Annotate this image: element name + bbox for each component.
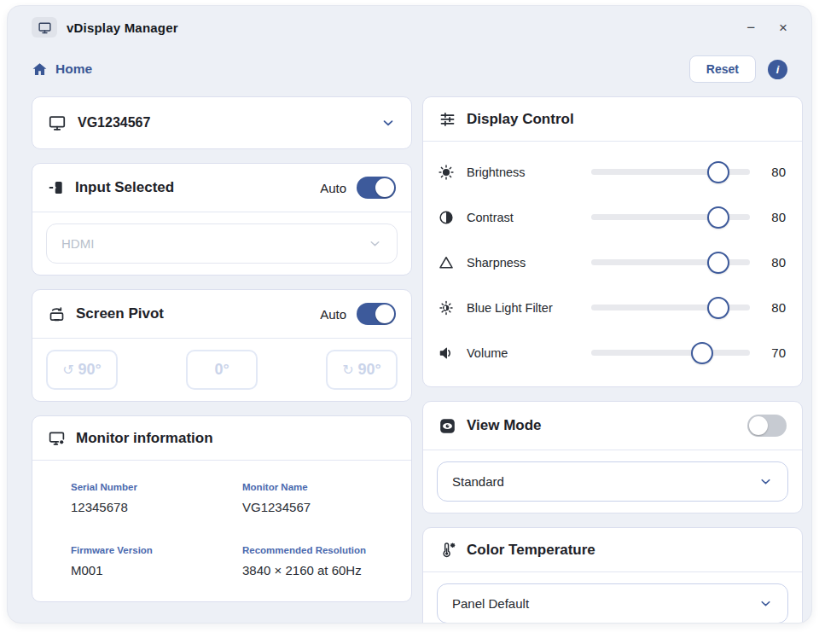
slider-label: Contrast [467, 211, 591, 224]
title-bar: vDisplay Manager − × [8, 6, 811, 38]
view-mode-header: View Mode [423, 402, 802, 450]
slider-thumb[interactable] [691, 342, 713, 364]
info-field-firmware-version: Firmware Version M001 [71, 545, 242, 577]
adjustments-icon [439, 110, 456, 128]
slider-label: Blue Light Filter [467, 301, 591, 315]
field-label: Serial Number [71, 482, 242, 492]
chevron-down-icon [380, 115, 396, 131]
window-controls: − × [746, 20, 787, 35]
window-title: vDisplay Manager [67, 20, 178, 35]
input-selected-card: Input Selected Auto HDMI [32, 163, 412, 276]
chevron-down-icon [368, 236, 382, 251]
slider-label: Sharpness [467, 256, 591, 270]
blue-light-filter-slider[interactable] [591, 297, 750, 319]
toolbar: Home Reset i [8, 55, 811, 83]
brightness-icon [438, 164, 458, 181]
pivot-options: ↺ 90° 0° ↻ 90° [32, 339, 411, 401]
color-temperature-select[interactable]: Panel Default [437, 583, 788, 624]
color-temperature-card: Color Temperature Panel Default [422, 527, 803, 624]
slider-label: Volume [467, 346, 591, 360]
app-window: vDisplay Manager − × Home Reset i [7, 5, 812, 624]
home-link[interactable]: Home [32, 61, 92, 78]
monitor-information-header: Monitor information [32, 416, 411, 461]
input-source-select[interactable]: HDMI [46, 223, 398, 264]
color-temperature-value: Panel Default [452, 596, 529, 611]
brightness-slider[interactable] [591, 161, 750, 183]
input-selected-header: Input Selected Auto [32, 164, 411, 212]
view-mode-toggle[interactable] [747, 415, 787, 437]
field-value: M001 [71, 563, 242, 577]
view-mode-icon [439, 417, 456, 435]
slider-thumb[interactable] [707, 297, 729, 319]
reset-button[interactable]: Reset [689, 55, 756, 83]
slider-thumb[interactable] [707, 206, 729, 229]
minimize-button[interactable]: − [746, 20, 755, 35]
volume-icon [438, 345, 458, 362]
field-value: 3840 × 2160 at 60Hz [242, 563, 396, 577]
input-source-icon [48, 179, 65, 196]
color-temperature-body: Panel Default [423, 572, 802, 624]
slider-thumb[interactable] [707, 161, 729, 183]
right-column: Display Control Brightness 80 [422, 96, 803, 624]
field-label: Monitor Name [242, 482, 396, 492]
contrast-slider[interactable] [591, 206, 750, 229]
auto-label: Auto [320, 307, 346, 322]
monitor-information-card: Monitor information Serial Number 123456… [32, 415, 412, 602]
monitor-icon [48, 113, 67, 132]
display-control-card: Display Control Brightness 80 [422, 96, 803, 387]
device-selector-card: VG1234567 [32, 96, 412, 149]
rotate-ccw-icon: ↺ [62, 362, 73, 378]
field-value: VG1234567 [242, 500, 396, 514]
view-mode-select[interactable]: Standard [437, 461, 788, 502]
sharpness-slider[interactable] [591, 252, 750, 274]
pivot-auto-toggle[interactable] [357, 303, 396, 325]
slider-value: 70 [750, 345, 788, 360]
app-monitor-icon [32, 17, 57, 38]
monitor-information-body: Serial Number 12345678 Monitor Name VG12… [32, 461, 411, 601]
pivot-ccw-90-button[interactable]: ↺ 90° [46, 350, 118, 390]
input-auto-toggle[interactable] [357, 177, 396, 199]
input-selected-body: HDMI [32, 212, 411, 275]
left-column: VG1234567 Input Selected Auto [32, 96, 412, 624]
info-field-recommended-resolution: Recommended Resolution 3840 × 2160 at 60… [242, 545, 396, 577]
chevron-down-icon [758, 474, 773, 489]
info-field-serial-number: Serial Number 12345678 [71, 482, 242, 514]
slider-label: Brightness [467, 165, 591, 179]
volume-slider[interactable] [591, 342, 750, 364]
brightness-row: Brightness 80 [423, 149, 802, 194]
view-mode-card: View Mode Standard [422, 401, 803, 513]
screen-pivot-header: Screen Pivot Auto [32, 290, 411, 339]
info-field-monitor-name: Monitor Name VG1234567 [242, 482, 396, 514]
pivot-0-button[interactable]: 0° [186, 350, 258, 390]
slider-value: 80 [750, 165, 788, 179]
rotate-cw-icon: ↻ [342, 362, 353, 378]
main-content: VG1234567 Input Selected Auto [8, 96, 811, 624]
slider-value: 80 [750, 255, 788, 270]
contrast-row: Contrast 80 [423, 194, 802, 240]
display-control-title: Display Control [467, 111, 574, 128]
display-control-body: Brightness 80 Contrast [423, 142, 802, 386]
field-label: Recommended Resolution [242, 545, 396, 555]
field-value: 12345678 [71, 500, 242, 514]
contrast-icon [438, 209, 458, 226]
volume-row: Volume 70 [423, 330, 802, 375]
blue-light-filter-icon [438, 299, 458, 316]
view-mode-body: Standard [423, 450, 802, 513]
home-icon [32, 61, 48, 78]
color-temperature-header: Color Temperature [423, 528, 802, 572]
device-selector[interactable]: VG1234567 [32, 97, 411, 148]
close-button[interactable]: × [779, 20, 787, 35]
screen-pivot-card: Screen Pivot Auto ↺ 90° 0° ↻ [32, 289, 412, 402]
display-control-header: Display Control [423, 97, 802, 142]
monitor-info-icon [48, 429, 66, 447]
home-label: Home [55, 61, 92, 77]
field-label: Firmware Version [71, 545, 242, 555]
auto-label: Auto [320, 181, 346, 195]
pivot-cw-90-button[interactable]: ↻ 90° [326, 350, 398, 390]
slider-thumb[interactable] [707, 252, 729, 274]
input-selected-title: Input Selected [75, 179, 174, 196]
slider-value: 80 [750, 210, 788, 224]
chevron-down-icon [758, 596, 773, 611]
view-mode-title: View Mode [467, 417, 542, 434]
info-icon[interactable]: i [768, 60, 787, 79]
